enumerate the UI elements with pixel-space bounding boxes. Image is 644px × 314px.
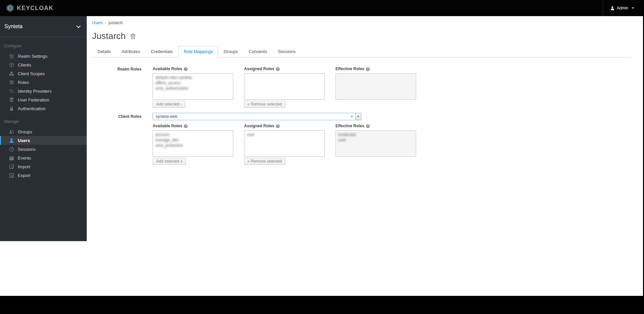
tab-groups[interactable]: Groups — [218, 46, 243, 57]
sidebar-item-label: Realm Settings — [18, 54, 47, 59]
client-available-roles-listbox[interactable]: accountmanage_devuma_protection — [153, 130, 233, 157]
caret-down-icon — [357, 116, 359, 117]
clear-selection-icon[interactable] — [348, 115, 355, 119]
client-effective-roles-listbox: moderatoruser — [335, 130, 416, 157]
sidebar-item-label: Export — [18, 173, 31, 178]
sidebar: Synteta Configure Realm Settings Clients… — [0, 16, 87, 241]
client-roles-row: Client Roles synteta-web — [92, 113, 631, 120]
client-select[interactable]: synteta-web — [153, 113, 361, 120]
sidebar-item-export[interactable]: Export — [0, 171, 87, 180]
sidebar-item-roles[interactable]: Roles — [0, 78, 87, 87]
group-icon — [9, 129, 14, 134]
realm-available-roles-listbox[interactable]: default-roles-syntetaoffline_accessuma_a… — [153, 73, 233, 100]
tab-attributes[interactable]: Attributes — [116, 46, 146, 57]
user-menu-label: Admin — [617, 6, 628, 10]
exchange-icon — [9, 89, 14, 94]
sidebar-item-events[interactable]: Events — [0, 153, 87, 162]
role-option: moderator — [338, 132, 413, 137]
calendar-icon — [9, 155, 14, 161]
role-option: user — [338, 137, 413, 143]
sidebar-item-label: Events — [18, 155, 31, 161]
tab-role-mappings[interactable]: Role Mappings — [178, 46, 218, 57]
assigned-roles-header: Assigned Roles — [244, 124, 274, 128]
breadcrumb-users-link[interactable]: Users — [92, 20, 103, 25]
available-roles-header: Available Roles — [153, 66, 182, 71]
tab-bar: Details Attributes Credentials Role Mapp… — [92, 46, 631, 57]
top-bar: KEYCLOAK Admin — [0, 0, 643, 16]
effective-roles-header: Effective Roles — [335, 66, 364, 71]
help-icon[interactable] — [184, 124, 188, 128]
role-option[interactable]: uma_authorization — [155, 86, 231, 91]
sidebar-item-clients[interactable]: Clients — [0, 60, 87, 69]
dropdown-arrow-button[interactable] — [355, 113, 361, 120]
role-option[interactable]: offline_access — [155, 80, 231, 86]
sidebar-item-sessions[interactable]: Sessions — [0, 145, 87, 153]
sidebar-item-label: Identity Providers — [18, 89, 51, 94]
chevron-down-icon — [76, 24, 81, 28]
sidebar-item-groups[interactable]: Groups — [0, 127, 87, 136]
cube-icon — [9, 62, 14, 68]
assigned-roles-header: Assigned Roles — [244, 66, 274, 71]
sidebar-item-label: Client Scopes — [18, 71, 45, 76]
help-icon[interactable] — [184, 67, 188, 71]
tab-details[interactable]: Details — [92, 46, 116, 57]
sidebar-item-import[interactable]: Import — [0, 162, 87, 171]
breadcrumb: Users justarch — [92, 16, 631, 25]
logo-text: KEYCLOAK — [17, 5, 53, 12]
export-icon — [9, 173, 14, 178]
sidebar-item-client-scopes[interactable]: Client Scopes — [0, 69, 87, 78]
sidebar-item-identity-providers[interactable]: Identity Providers — [0, 87, 87, 95]
user-icon — [9, 138, 14, 143]
help-icon[interactable] — [276, 67, 280, 71]
realm-selector[interactable]: Synteta — [0, 16, 87, 37]
sidebar-item-label: Roles — [18, 80, 29, 85]
page-title: Justarch — [92, 31, 126, 41]
list-icon — [9, 80, 14, 85]
tab-sessions[interactable]: Sessions — [273, 46, 301, 57]
sidebar-item-label: Groups — [18, 129, 32, 134]
breadcrumb-current: justarch — [109, 20, 123, 25]
main-content: Users justarch Justarch Details Attribut… — [87, 16, 643, 165]
delete-user-button[interactable] — [130, 33, 136, 39]
help-icon[interactable] — [366, 67, 370, 71]
database-icon — [9, 97, 14, 102]
sidebar-item-label: User Federation — [18, 97, 49, 102]
client-remove-selected-button[interactable]: « Remove selected — [244, 158, 285, 165]
sidebar-item-authentication[interactable]: Authentication — [0, 104, 87, 113]
sidebar-item-user-federation[interactable]: User Federation — [0, 95, 87, 104]
role-option[interactable]: user — [247, 132, 322, 137]
role-option[interactable]: default-roles-synteta — [155, 75, 231, 80]
help-icon[interactable] — [366, 124, 370, 128]
role-option[interactable]: manage_dev — [155, 137, 231, 143]
realm-remove-selected-button[interactable]: « Remove selected — [244, 101, 285, 108]
breadcrumb-separator-icon — [105, 21, 106, 25]
sidebar-item-users[interactable]: Users — [0, 136, 87, 145]
role-option[interactable]: account — [155, 132, 231, 137]
realm-add-selected-button[interactable]: Add selected › — [153, 101, 185, 108]
sidebar-section-configure: Configure — [0, 37, 87, 52]
realm-roles-row: Realm Roles Available Roles default-role… — [92, 66, 631, 108]
available-roles-header: Available Roles — [153, 124, 182, 128]
tab-consents[interactable]: Consents — [243, 46, 273, 57]
realm-roles-label: Realm Roles — [92, 66, 153, 108]
keycloak-hexagon-icon — [5, 3, 15, 13]
client-add-selected-button[interactable]: Add selected » — [153, 158, 186, 165]
lock-icon — [9, 106, 14, 111]
sidebar-item-label: Authentication — [18, 106, 45, 111]
sidebar-item-realm-settings[interactable]: Realm Settings — [0, 52, 87, 60]
realm-effective-roles-listbox — [335, 73, 416, 100]
sidebar-section-manage: Manage — [0, 113, 87, 127]
client-assigned-roles-listbox[interactable]: user — [244, 130, 325, 157]
role-option[interactable]: uma_protection — [155, 143, 231, 148]
keycloak-logo[interactable]: KEYCLOAK — [5, 3, 53, 13]
sidebar-item-label: Users — [18, 138, 30, 143]
help-icon[interactable] — [276, 124, 280, 128]
tab-credentials[interactable]: Credentials — [146, 46, 178, 57]
user-menu[interactable]: Admin — [603, 0, 643, 16]
chevron-down-icon — [632, 7, 634, 9]
client-select-value: synteta-web — [153, 114, 348, 119]
realm-assigned-roles-listbox[interactable] — [244, 73, 325, 100]
import-icon — [9, 164, 14, 169]
client-roles-label: Client Roles — [92, 114, 153, 119]
user-icon — [610, 6, 614, 10]
